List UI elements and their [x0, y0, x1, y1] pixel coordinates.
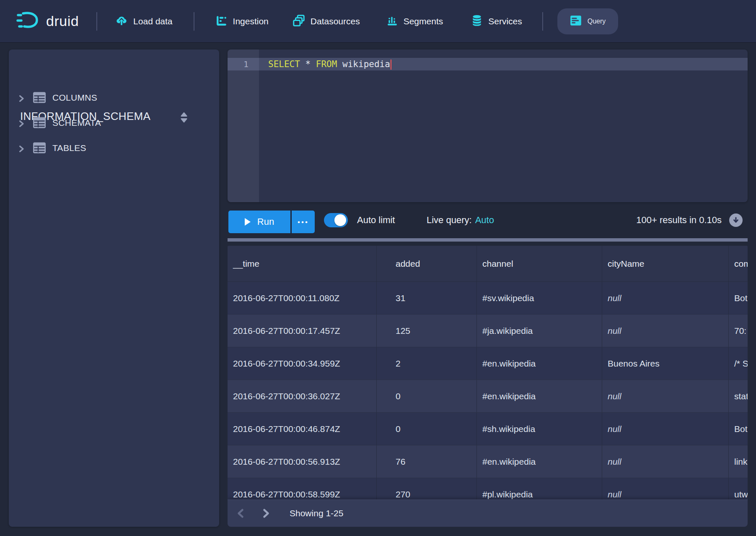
- table-row: 2016-06-27T00:00:34.959Z 2 #en.wikipedia…: [228, 347, 748, 380]
- cell-channel[interactable]: #en.wikipedia: [477, 347, 602, 380]
- cell-cityname[interactable]: null: [602, 282, 729, 314]
- cell-cityname[interactable]: null: [602, 380, 729, 412]
- column-header-cityname[interactable]: cityName: [602, 246, 729, 281]
- cell-channel[interactable]: #en.wikipedia: [477, 445, 602, 478]
- cell-time[interactable]: 2016-06-27T00:00:36.027Z: [228, 380, 377, 412]
- download-icon: [732, 216, 740, 224]
- query-toolbar: Run ••• Auto limit Live query:Auto 100+ …: [228, 202, 748, 238]
- druid-logo[interactable]: druid: [16, 10, 79, 32]
- auto-limit-toggle[interactable]: [324, 213, 348, 227]
- table-row: 2016-06-27T00:00:56.913Z 76 #en.wikipedi…: [228, 445, 748, 478]
- nav-item-segments[interactable]: Segments: [387, 15, 443, 28]
- sidebar-item-schemata[interactable]: SCHEMATA: [9, 114, 219, 133]
- panel-resize-handle[interactable]: [228, 238, 748, 242]
- sql-code-line[interactable]: SELECT * FROM wikipedia: [259, 58, 748, 70]
- cell-cityname[interactable]: Buenos Aires: [602, 347, 729, 380]
- cell-cityname[interactable]: null: [602, 445, 729, 478]
- nav-item-datasources[interactable]: Datasources: [293, 15, 360, 28]
- column-header-comment[interactable]: comment: [729, 246, 748, 281]
- cell-comment[interactable]: stat: [729, 380, 748, 412]
- table-row: 2016-06-27T00:00:17.457Z 125 #ja.wikiped…: [228, 315, 748, 347]
- more-icon: •••: [298, 219, 309, 226]
- cell-added[interactable]: 2: [377, 347, 477, 380]
- cell-added[interactable]: 31: [377, 282, 477, 314]
- run-button-label: Run: [257, 216, 274, 227]
- table-row: 2016-06-27T00:00:46.874Z 0 #sh.wikipedia…: [228, 413, 748, 445]
- table-row: 2016-06-27T00:00:11.080Z 31 #sv.wikipedi…: [228, 282, 748, 315]
- toggle-knob: [334, 214, 346, 226]
- cell-comment[interactable]: link: [729, 445, 748, 478]
- nav-item-label: Query: [588, 18, 606, 25]
- cell-cityname[interactable]: null: [602, 315, 729, 347]
- column-header-channel[interactable]: channel: [477, 246, 602, 281]
- cell-added[interactable]: 125: [377, 315, 477, 347]
- sidebar-item-columns[interactable]: COLUMNS: [9, 89, 219, 107]
- cell-time[interactable]: 2016-06-27T00:00:34.959Z: [228, 347, 377, 380]
- cell-comment[interactable]: Bot: [729, 282, 748, 314]
- sidebar-item-label: TABLES: [52, 143, 86, 153]
- cell-channel[interactable]: #sv.wikipedia: [477, 282, 602, 314]
- sidebar-item-label: SCHEMATA: [52, 118, 101, 128]
- cell-channel[interactable]: #en.wikipedia: [477, 380, 602, 412]
- live-query-value[interactable]: Auto: [475, 215, 494, 225]
- sidebar-item-tables[interactable]: TABLES: [9, 139, 219, 158]
- cell-time[interactable]: 2016-06-27T00:00:46.874Z: [228, 413, 377, 445]
- druid-logo-icon: [16, 10, 40, 32]
- database-icon: [471, 15, 482, 28]
- results-summary: 100+ results in 0.10s: [636, 202, 722, 238]
- chevron-right-icon[interactable]: [18, 120, 25, 129]
- nav-item-label: Load data: [133, 16, 172, 26]
- nav-item-services[interactable]: Services: [471, 15, 522, 28]
- table-icon: [33, 92, 46, 105]
- cell-time[interactable]: 2016-06-27T00:00:56.913Z: [228, 445, 377, 478]
- sql-editor[interactable]: 1 SELECT * FROM wikipedia: [228, 49, 748, 202]
- nav-item-load-data[interactable]: Load data: [116, 15, 172, 28]
- cell-comment[interactable]: /* S: [729, 347, 748, 380]
- nav-item-label: Services: [488, 16, 522, 26]
- auto-limit-label: Auto limit: [357, 202, 395, 238]
- bar-chart-icon: [387, 15, 398, 28]
- cell-comment[interactable]: 70:: [729, 315, 748, 347]
- nav-item-label: Segments: [404, 16, 443, 26]
- results-rows: 2016-06-27T00:00:11.080Z 31 #sv.wikipedi…: [228, 282, 748, 511]
- nav-item-ingestion[interactable]: Ingestion: [216, 15, 269, 28]
- chevron-right-icon[interactable]: [262, 508, 270, 520]
- cell-cityname[interactable]: null: [602, 413, 729, 445]
- pagination-status: Showing 1-25: [290, 500, 343, 527]
- table-icon: [33, 117, 46, 130]
- table-icon: [33, 142, 46, 155]
- cell-channel[interactable]: #ja.wikipedia: [477, 315, 602, 347]
- nav-divider: [96, 12, 97, 31]
- nav-divider: [194, 12, 194, 31]
- druid-console: druid Load data: [0, 0, 756, 536]
- run-more-button[interactable]: •••: [292, 211, 315, 233]
- line-number: 1: [228, 58, 259, 70]
- cell-comment[interactable]: Bot: [729, 413, 748, 445]
- chevron-right-icon[interactable]: [18, 145, 25, 154]
- run-button-group: Run •••: [228, 211, 315, 233]
- nav-item-label: Datasources: [311, 16, 360, 26]
- results-footer: Showing 1-25: [228, 500, 748, 527]
- chevron-left-icon[interactable]: [237, 508, 244, 520]
- cell-channel[interactable]: #sh.wikipedia: [477, 413, 602, 445]
- chevron-right-icon[interactable]: [18, 95, 25, 104]
- layers-icon: [293, 15, 305, 28]
- cell-added[interactable]: 0: [377, 380, 477, 412]
- cell-added[interactable]: 76: [377, 445, 477, 478]
- nav-divider: [542, 12, 543, 31]
- logo-text: druid: [46, 13, 79, 29]
- cell-time[interactable]: 2016-06-27T00:00:17.457Z: [228, 315, 377, 347]
- cell-added[interactable]: 0: [377, 413, 477, 445]
- column-header-time[interactable]: __time: [228, 246, 377, 281]
- cell-time[interactable]: 2016-06-27T00:00:11.080Z: [228, 282, 377, 314]
- live-query-label: Live query:: [427, 215, 472, 225]
- column-header-added[interactable]: added: [377, 246, 477, 281]
- results-table: __time added channel cityName comment 20…: [228, 246, 748, 527]
- console-icon: [570, 15, 582, 28]
- text-cursor: [391, 60, 391, 70]
- sql-star: *: [306, 59, 311, 69]
- gantt-chart-icon: [216, 15, 227, 28]
- download-button[interactable]: [729, 213, 743, 227]
- nav-item-query-active[interactable]: Query: [557, 8, 619, 34]
- run-button[interactable]: Run: [228, 211, 290, 233]
